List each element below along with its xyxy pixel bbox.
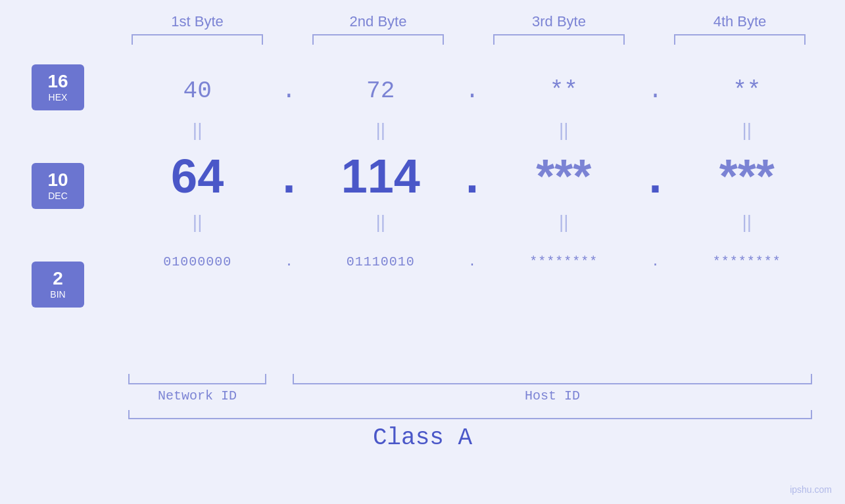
bin-b4: ******** — [675, 254, 819, 269]
host-bracket — [293, 374, 812, 384]
eq1-b3: || — [491, 120, 636, 141]
hex-row: 40 . 72 . ** . ** — [124, 64, 821, 117]
bin-dot3: . — [639, 254, 672, 269]
hex-badge: 16 HEX — [32, 64, 84, 110]
eq1-b1: || — [125, 120, 270, 141]
dec-number: 10 — [47, 171, 68, 189]
bracket-byte3 — [493, 34, 625, 45]
page-container: 1st Byte 2nd Byte 3rd Byte 4th Byte 16 H… — [0, 0, 845, 504]
bottom-section: Network ID Host ID Class A — [0, 374, 845, 451]
eq-row-1: || || || || — [124, 117, 821, 143]
byte4-label: 4th Byte — [667, 13, 812, 30]
main-content: 16 HEX 10 DEC 2 BIN 40 . — [0, 58, 845, 308]
bottom-labels: Network ID Host ID — [128, 388, 812, 403]
dec-dot3: . — [639, 149, 672, 203]
hex-number: 16 — [47, 72, 68, 91]
bin-number: 2 — [53, 269, 63, 288]
eq1-b2: || — [308, 120, 453, 141]
bin-b2: 01110010 — [308, 254, 453, 269]
hex-b3: ** — [491, 78, 636, 104]
dec-b3: *** — [491, 149, 636, 203]
bin-badge: 2 BIN — [32, 262, 84, 308]
left-labels: 16 HEX 10 DEC 2 BIN — [32, 64, 84, 308]
host-id-label: Host ID — [293, 388, 812, 403]
hex-label: HEX — [49, 92, 68, 103]
bin-b1: 01000000 — [125, 254, 270, 269]
eq2-b1: || — [125, 212, 270, 233]
eq-row-2: || || || || — [124, 209, 821, 235]
dec-row: 64 . 114 . *** . *** — [124, 143, 821, 209]
eq2-b4: || — [675, 212, 819, 233]
network-bracket — [128, 374, 266, 384]
byte1-label: 1st Byte — [125, 13, 270, 30]
bracket-gap — [266, 374, 293, 384]
network-id-label: Network ID — [128, 388, 266, 403]
bin-dot1: . — [272, 254, 305, 269]
watermark: ipshu.com — [790, 484, 832, 495]
hex-dot2: . — [456, 78, 489, 104]
eq2-b2: || — [308, 212, 453, 233]
hex-b4: ** — [675, 78, 819, 104]
eq2-b3: || — [491, 212, 636, 233]
full-bracket — [128, 410, 812, 419]
bin-row: 01000000 . 01110010 . ******** . — [124, 235, 821, 288]
bin-dot2: . — [456, 254, 489, 269]
dec-b1: 64 — [125, 149, 270, 203]
byte3-label: 3rd Byte — [487, 13, 631, 30]
hex-dot3: . — [639, 78, 672, 104]
dec-badge: 10 DEC — [32, 163, 84, 209]
hex-b1: 40 — [125, 78, 270, 104]
dec-dot1: . — [272, 149, 305, 203]
bracket-byte1 — [132, 34, 263, 45]
class-label: Class A — [0, 424, 845, 451]
bin-b3: ******** — [491, 254, 636, 269]
bin-label: BIN — [50, 289, 65, 300]
byte2-label: 2nd Byte — [306, 13, 450, 30]
bottom-brackets — [128, 374, 812, 384]
eq1-b4: || — [675, 120, 819, 141]
byte-headers: 1st Byte 2nd Byte 3rd Byte 4th Byte — [107, 13, 831, 30]
top-brackets — [107, 34, 831, 45]
dec-b2: 114 — [308, 149, 453, 203]
bracket-byte2 — [312, 34, 444, 45]
hex-dot1: . — [272, 78, 305, 104]
dec-b4: *** — [675, 149, 819, 203]
values-grid: 40 . 72 . ** . ** — [124, 58, 845, 308]
dec-label: DEC — [48, 191, 68, 201]
hex-b2: 72 — [308, 78, 453, 104]
dec-dot2: . — [456, 149, 489, 203]
bracket-byte4 — [674, 34, 806, 45]
